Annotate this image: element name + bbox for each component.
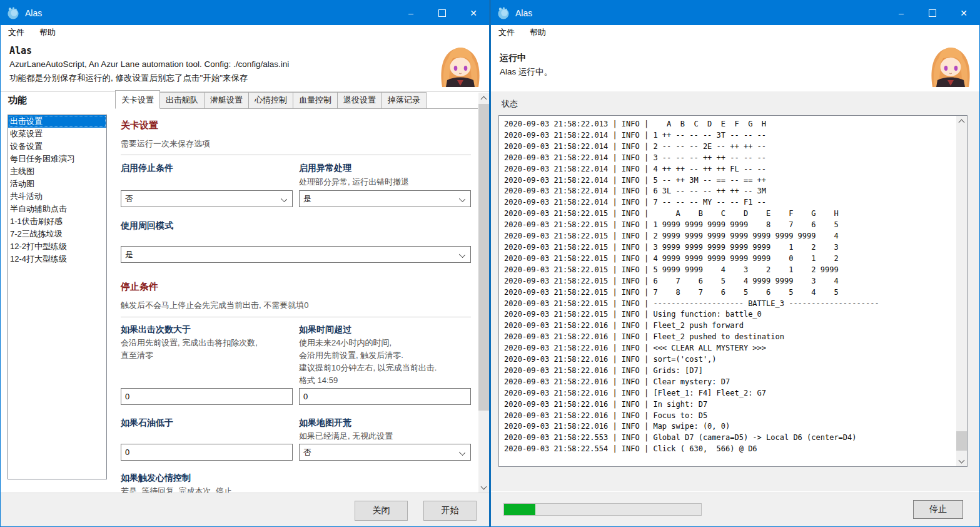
maximize-button[interactable] <box>917 1 948 25</box>
sidebar-item[interactable]: 每日任务困难演习 <box>8 153 106 165</box>
app-subtitle: AzurLaneAutoScript, An Azur Lane automat… <box>9 59 289 69</box>
scroll-thumb[interactable] <box>478 104 489 411</box>
oil-label: 如果石油低于 <box>121 417 173 429</box>
avatar <box>438 42 483 87</box>
close-button[interactable]: ✕ <box>458 1 489 25</box>
time-input[interactable] <box>299 388 471 405</box>
count-desc: 直至清零 <box>121 350 153 361</box>
map-desc: 如果已经满足, 无视此设置 <box>299 431 393 442</box>
log-line: 2020-09-03 21:58:22.014 | INFO | 4 ++ ++… <box>504 164 956 175</box>
log-line: 2020-09-03 21:58:22.013 | INFO | A B C D… <box>504 119 956 130</box>
sidebar-item[interactable]: 12-4打大型练级 <box>8 253 106 265</box>
menu-item[interactable]: 帮助 <box>39 27 56 38</box>
scroll-thumb[interactable] <box>956 431 967 451</box>
sidebar-item[interactable]: 活动图 <box>8 178 106 190</box>
minimize-icon: – <box>408 8 413 18</box>
titlebar[interactable]: Alas – ✕ <box>491 1 979 25</box>
tab[interactable]: 潜艇设置 <box>204 92 249 108</box>
sidebar-item[interactable]: 收菜设置 <box>8 128 106 140</box>
tab[interactable]: 出击舰队 <box>159 92 205 108</box>
scroll-down-icon[interactable] <box>478 482 489 493</box>
minimize-button[interactable]: – <box>886 1 917 25</box>
enable-stop-select[interactable]: 否 <box>121 190 293 207</box>
log-line: 2020-09-03 21:58:22.014 | INFO | 7 -- --… <box>504 197 956 208</box>
section-desc: 需要运行一次来保存选项 <box>121 138 210 150</box>
progress-bar <box>503 503 702 516</box>
tab[interactable]: 退役设置 <box>337 92 382 108</box>
maximize-button[interactable] <box>427 1 458 25</box>
start-button[interactable]: 开始 <box>423 501 477 521</box>
sidebar-item[interactable]: 12-2打中型练级 <box>8 240 106 253</box>
close-button[interactable]: ✕ <box>948 1 979 25</box>
menu-item[interactable]: 文件 <box>8 27 24 38</box>
form-scrollbar[interactable] <box>478 93 489 493</box>
function-listbox[interactable]: 出击设置收菜设置设备设置每日任务困难演习主线图活动图共斗活动半自动辅助点击1-1… <box>8 115 107 479</box>
section-desc: 触发后不会马上停止会先完成当前出击, 不需要就填0 <box>121 300 308 311</box>
window-title: Alas <box>25 8 42 18</box>
divider <box>121 317 471 317</box>
avatar <box>928 42 973 87</box>
sidebar-item[interactable]: 共斗活动 <box>8 190 106 203</box>
sidebar-item[interactable]: 1-1伏击刷好感 <box>8 215 106 228</box>
count-input[interactable] <box>121 388 293 405</box>
tab[interactable]: 关卡设置 <box>115 90 160 109</box>
log-line: 2020-09-03 21:58:22.015 | INFO | A B C D… <box>504 208 956 220</box>
log-line: 2020-09-03 21:58:22.015 | INFO | 6 7 6 5… <box>504 276 956 287</box>
progress-fill <box>504 504 535 515</box>
select-value: 否 <box>125 193 133 205</box>
select-value: 是 <box>303 193 311 205</box>
log-scrollbar[interactable] <box>956 116 967 466</box>
log-line: 2020-09-03 21:58:22.016 | INFO | In sigh… <box>504 399 956 411</box>
log-line: 2020-09-03 21:58:22.015 | INFO | -------… <box>504 299 956 310</box>
time-desc: 会沿用先前设置, 触发后清零. <box>299 350 403 361</box>
loop-mode-select[interactable]: 是 <box>121 246 471 263</box>
scroll-track[interactable] <box>478 103 489 482</box>
scroll-down-icon[interactable] <box>956 456 967 466</box>
oil-input[interactable] <box>121 444 293 461</box>
log-line: 2020-09-03 21:58:22.014 | INFO | 2 -- --… <box>504 141 956 153</box>
app-hint: 功能都是分别保存和运行的, 修改设置后别忘了点击"开始"来保存 <box>9 73 248 84</box>
scroll-up-icon[interactable] <box>478 93 489 103</box>
exception-label: 启用异常处理 <box>299 163 351 174</box>
alas-logo-icon <box>6 6 20 20</box>
sidebar-item[interactable]: 主线图 <box>8 165 106 178</box>
log-line: 2020-09-03 21:58:22.016 | INFO | Fleet_2… <box>504 320 956 332</box>
log-output: 2020-09-03 21:58:22.013 | INFO | A B C D… <box>499 116 956 466</box>
tab[interactable]: 心情控制 <box>248 92 293 108</box>
close-window-button[interactable]: 关闭 <box>355 501 408 521</box>
sidebar-item[interactable]: 7-2三战拣垃圾 <box>8 228 106 240</box>
time-desc: 使用未来24小时内的时间, <box>299 337 391 349</box>
exception-select[interactable]: 是 <box>299 190 471 207</box>
divider <box>121 155 471 155</box>
sidebar-item[interactable]: 半自动辅助点击 <box>8 203 106 215</box>
log-line: 2020-09-03 21:58:22.016 | INFO | Focus t… <box>504 411 956 422</box>
enable-stop-label: 启用停止条件 <box>121 163 173 174</box>
count-desc: 会沿用先前设置, 完成出击将扣除次数, <box>121 337 258 349</box>
titlebar[interactable]: Alas – ✕ <box>1 1 489 25</box>
menu-bar: 文件帮助 <box>491 25 979 40</box>
chevron-down-icon <box>281 196 287 202</box>
tab[interactable]: 掉落记录 <box>381 92 427 108</box>
log-line: 2020-09-03 21:58:22.016 | INFO | Map swi… <box>504 421 956 432</box>
scroll-up-icon[interactable] <box>956 116 967 126</box>
menu-item[interactable]: 帮助 <box>530 27 546 38</box>
tab[interactable]: 血量控制 <box>293 92 338 108</box>
map-label: 如果地图开荒 <box>299 417 351 429</box>
window-title: Alas <box>515 8 532 18</box>
emotion-label: 如果触发心情控制 <box>121 473 191 484</box>
sidebar-item[interactable]: 设备设置 <box>8 140 106 153</box>
menu-item[interactable]: 文件 <box>498 27 515 38</box>
sidebar-item[interactable]: 出击设置 <box>8 115 106 128</box>
minimize-icon: – <box>899 8 904 18</box>
close-icon: ✕ <box>960 8 967 18</box>
footer-bar: 关闭 开始 <box>1 493 489 526</box>
sidebar-heading: 功能 <box>8 95 27 106</box>
close-icon: ✕ <box>470 8 477 18</box>
log-box: 2020-09-03 21:58:22.013 | INFO | A B C D… <box>498 115 967 467</box>
minimize-button[interactable]: – <box>395 1 427 25</box>
scroll-track[interactable] <box>956 126 967 456</box>
log-line: 2020-09-03 21:58:22.014 | INFO | 3 -- --… <box>504 153 956 164</box>
map-select[interactable]: 否 <box>299 444 471 461</box>
log-line: 2020-09-03 21:58:22.015 | INFO | 7 8 7 6… <box>504 287 956 299</box>
stop-button[interactable]: 停止 <box>913 500 963 519</box>
